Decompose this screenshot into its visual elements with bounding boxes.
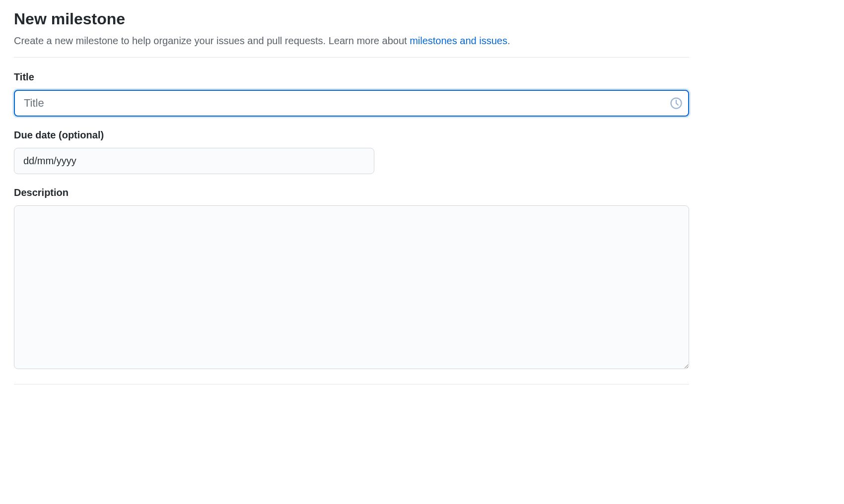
title-label: Title bbox=[14, 71, 689, 83]
page-title: New milestone bbox=[14, 10, 689, 28]
description-textarea[interactable] bbox=[14, 205, 689, 369]
page-header: New milestone Create a new milestone to … bbox=[14, 10, 689, 58]
subtitle-text: Create a new milestone to help organize … bbox=[14, 35, 410, 46]
subtitle-suffix: . bbox=[507, 35, 510, 46]
description-form-group: Description bbox=[14, 187, 689, 371]
page-subtitle: Create a new milestone to help organize … bbox=[14, 33, 689, 48]
new-milestone-form: New milestone Create a new milestone to … bbox=[14, 10, 689, 384]
title-form-group: Title bbox=[14, 71, 689, 117]
title-input-wrapper bbox=[14, 90, 689, 117]
bottom-divider bbox=[14, 384, 689, 384]
title-input[interactable] bbox=[14, 90, 689, 117]
due-date-form-group: Due date (optional) bbox=[14, 129, 689, 174]
milestones-issues-link[interactable]: milestones and issues bbox=[410, 35, 507, 46]
due-date-label: Due date (optional) bbox=[14, 129, 689, 141]
description-label: Description bbox=[14, 187, 689, 198]
due-date-input[interactable] bbox=[14, 148, 374, 174]
